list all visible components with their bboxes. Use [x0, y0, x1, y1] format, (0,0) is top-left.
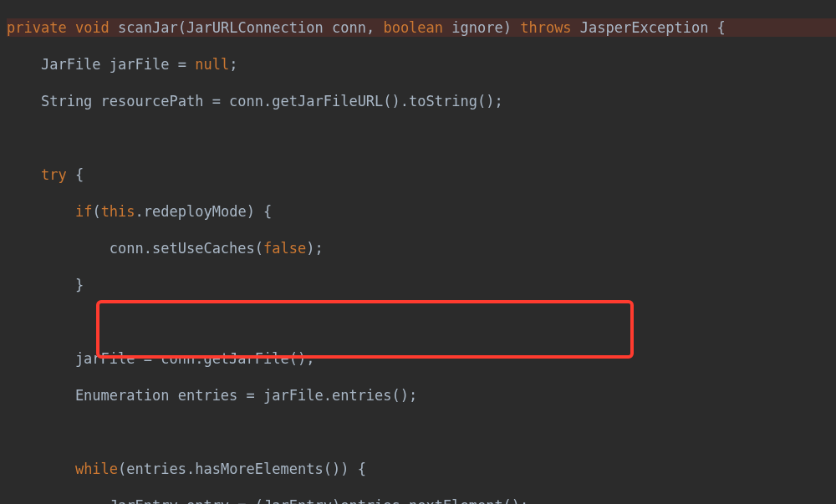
code-line	[7, 423, 836, 441]
code-text: conn.setUseCaches(	[7, 240, 263, 257]
code-text: JarEntry entry = (JarEntry)entries.nextE…	[7, 497, 528, 504]
code-line: try {	[7, 165, 836, 184]
keyword-try: try	[41, 166, 67, 183]
code-line: conn.setUseCaches(false);	[7, 239, 836, 257]
code-line	[7, 129, 836, 147]
code-line: JarFile jarFile = null;	[7, 55, 836, 74]
code-text: (entries.hasMoreElements()) {	[118, 461, 366, 477]
keyword-false: false	[263, 240, 306, 257]
identifier: scanJar	[118, 19, 178, 36]
keyword-if: if	[75, 203, 92, 220]
code-line: while(entries.hasMoreElements()) {	[7, 460, 836, 478]
keyword-boolean: boolean	[383, 19, 443, 36]
keyword-this: this	[101, 203, 135, 220]
code-text: String resourcePath = conn.getJarFileURL…	[7, 93, 503, 109]
code-text	[7, 203, 75, 220]
code-line: Enumeration entries = jarFile.entries();	[7, 386, 836, 405]
code-text: JasperException {	[572, 19, 726, 36]
code-text: ignore)	[443, 19, 520, 36]
code-text: jarFile = conn.getJarFile();	[7, 350, 314, 367]
code-line: jarFile = conn.getJarFile();	[7, 349, 836, 368]
code-line: }	[7, 276, 836, 294]
keyword-throws: throws	[520, 19, 571, 36]
keyword-private: private	[7, 19, 67, 36]
code-line: JarEntry entry = (JarEntry)entries.nextE…	[7, 496, 836, 504]
code-text	[7, 461, 75, 477]
code-text: ;	[229, 56, 237, 73]
code-text	[7, 166, 41, 183]
code-line: String resourcePath = conn.getJarFileURL…	[7, 92, 836, 110]
keyword-while: while	[75, 461, 118, 477]
code-text: (	[92, 203, 100, 220]
keyword-void: void	[75, 19, 110, 36]
code-text: (JarURLConnection conn,	[178, 19, 384, 36]
keyword-null: null	[195, 56, 229, 73]
code-text: .redeployMode) {	[135, 203, 273, 220]
code-text: );	[306, 240, 323, 257]
code-text: Enumeration entries = jarFile.entries();	[7, 387, 417, 404]
code-text: JarFile jarFile =	[7, 56, 195, 73]
code-text: {	[67, 166, 84, 183]
code-line: private void scanJar(JarURLConnection co…	[7, 18, 836, 37]
code-line	[7, 313, 836, 331]
code-text: }	[7, 277, 84, 293]
code-editor[interactable]: private void scanJar(JarURLConnection co…	[0, 0, 836, 504]
code-line: if(this.redeployMode) {	[7, 202, 836, 221]
